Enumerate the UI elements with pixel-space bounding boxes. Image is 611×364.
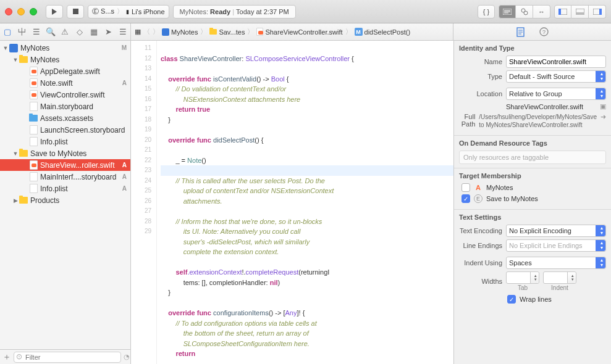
stop-button[interactable] [67,5,84,19]
back-icon[interactable]: 〈 [143,27,150,36]
tree-row-note-swift[interactable]: Note.swiftA [0,77,130,89]
run-button[interactable] [46,5,63,19]
inspector-selector: ? [453,23,611,40]
inspector-panel: Identity and Type Name Type Default - Sw… [453,41,611,364]
indent-caption: Indent [551,284,568,291]
tree-row-products[interactable]: ▶Products [0,194,130,206]
encoding-label: Text Encoding [459,227,502,234]
tree-row-maininterf-storyboard[interactable]: MainInterf....storyboardA [0,171,130,183]
tree-row-mynotes[interactable]: ▼MyNotesM [0,42,130,54]
target2-checkbox[interactable]: ✓ [461,194,470,203]
jump-bar[interactable]: ▦ 〈 〉 MyNotes〉 Sav...tes〉 ShareViewContr… [131,23,453,40]
close-window-button[interactable] [5,8,12,15]
toggle-debug-button[interactable] [571,5,589,19]
location-folder-icon[interactable]: ▣ [600,102,606,110]
target2-label: Save to MyNotes [486,195,538,202]
filter-input[interactable] [14,352,121,363]
tree-row-launchscreen-storyboard[interactable]: LaunchScreen.storyboard [0,124,130,136]
issue-nav-icon[interactable]: ⚠ [58,27,72,36]
tree-row-appdelegate-swift[interactable]: AppDelegate.swift [0,65,130,77]
navigator-footer: ＋ ◔ ▣ [0,349,130,364]
type-select[interactable]: Default - Swift Source▴▾ [506,70,606,83]
svg-marker-0 [52,9,57,15]
add-button[interactable]: ＋ [2,352,11,363]
tree-row-main-storyboard[interactable]: Main.storyboard [0,101,130,112]
breadcrumb-symbol: MdidSelectPost() [355,28,411,36]
reveal-in-finder-icon[interactable]: ➜ [600,113,606,121]
source-control-nav-icon[interactable]: ⼬ [14,27,28,38]
breadcrumb-folder: Sav...tes [209,28,245,36]
device-label: Li's iPhone [132,8,164,15]
location-select[interactable]: Relative to Group▴▾ [506,88,606,100]
symbol-nav-icon[interactable]: ☰ [29,27,43,36]
toggle-inspector-button[interactable] [589,5,606,19]
activity-status: MyNotes: Ready | Today at 2:37 PM [173,5,296,19]
file-tree[interactable]: ▼MyNotesM▼MyNotesAppDelegate.swiftNote.s… [0,41,130,349]
code-area[interactable]: class ShareViewController: SLComposeServ… [157,41,453,364]
location-file: ShareViewController.swift [506,103,597,110]
breadcrumb-file: ShareViewController.swift [256,28,342,36]
secondary-bar: ▢ ⼬ ☰ 🔍 ⚠ ◇ ▦ ➤ ☰ ▦ 〈 〉 MyNotes〉 Sav...t… [0,23,611,41]
window-traffic-lights [5,8,37,15]
find-nav-icon[interactable]: 🔍 [43,27,57,36]
target1-checkbox[interactable] [461,183,470,192]
line-gutter: 11121314151617181920212223242526272829 [131,41,157,364]
quick-help-icon[interactable]: ? [539,27,549,36]
svg-rect-13 [599,9,602,15]
main-area: ▼MyNotesM▼MyNotesAppDelegate.swiftNote.s… [0,41,611,364]
zoom-window-button[interactable] [30,8,37,15]
encoding-select[interactable]: No Explicit Encoding▴▾ [506,225,606,237]
fullpath-value: /Users/hsuliheng/Developer/MyNotes/Save … [479,113,597,129]
file-inspector-icon[interactable] [516,27,525,37]
type-label: Type [459,73,502,80]
report-nav-icon[interactable]: ☰ [116,27,130,36]
indent-width-stepper[interactable]: 4▴▾ [543,271,576,284]
test-nav-icon[interactable]: ◇ [72,27,86,36]
minimize-window-button[interactable] [17,8,25,15]
target1-label: MyNotes [486,184,513,191]
standard-editor-button[interactable] [499,5,516,19]
svg-text:?: ? [542,29,545,35]
scheme-label: Ⓔ S...s [92,7,114,16]
name-label: Name [459,58,502,65]
navigator-selector: ▢ ⼬ ☰ 🔍 ⚠ ◇ ▦ ➤ ☰ [0,23,131,40]
wrap-lines-checkbox[interactable]: ✓ [507,295,516,304]
svg-rect-9 [558,9,561,15]
titlebar: Ⓔ S...s〉▮Li's iPhone MyNotes: Ready | To… [0,0,611,23]
scheme-selector[interactable]: Ⓔ S...s〉▮Li's iPhone [88,5,169,19]
app-target-icon: A [474,183,482,192]
forward-icon[interactable]: 〉 [153,27,159,36]
text-settings-header: Text Settings [459,213,606,221]
tree-row-save-to-mynotes[interactable]: ▼Save to MyNotes [0,147,130,159]
breakpoint-nav-icon[interactable]: ➤ [101,27,116,36]
filter-recent-icon[interactable]: ◔ [124,353,130,361]
svg-point-7 [524,11,528,15]
tree-row-viewcontroller-swift[interactable]: ViewController.swift [0,89,130,101]
toggle-navigator-button[interactable] [554,5,571,19]
svg-rect-1 [73,9,78,14]
tree-row-info-plist[interactable]: Info.plistA [0,183,130,194]
editor-options-button[interactable]: { } [478,5,495,19]
tree-row-assets-xcassets[interactable]: Assets.xcassets [0,112,130,124]
assistant-editor-button[interactable] [516,5,533,19]
odr-header: On Demand Resource Tags [459,139,606,147]
project-nav-icon[interactable]: ▢ [0,27,14,36]
tree-row-shareview-roller-swift[interactable]: ShareView...roller.swiftA [0,159,130,171]
line-endings-label: Line Endings [459,242,502,249]
name-field[interactable] [506,56,606,68]
version-editor-button[interactable]: ↔ [533,5,550,19]
indent-using-select[interactable]: Spaces▴▾ [506,257,606,269]
related-items-icon[interactable]: ▦ [135,28,141,36]
debug-nav-icon[interactable]: ▦ [87,27,101,36]
line-endings-select[interactable]: No Explicit Line Endings▴▾ [506,239,606,252]
panel-toggle-group [554,5,606,19]
tree-row-mynotes[interactable]: ▼MyNotes [0,54,130,65]
source-editor[interactable]: 11121314151617181920212223242526272829 c… [131,41,453,364]
extension-target-icon: E [474,194,482,203]
tree-row-info-plist[interactable]: Info.plist [0,136,130,147]
location-label: Location [459,90,502,97]
identity-header: Identity and Type [459,44,606,52]
breadcrumb-project: MyNotes [162,28,198,36]
editor-mode-group: ↔ [499,5,550,19]
tab-width-stepper[interactable]: 4▴▾ [506,271,539,284]
